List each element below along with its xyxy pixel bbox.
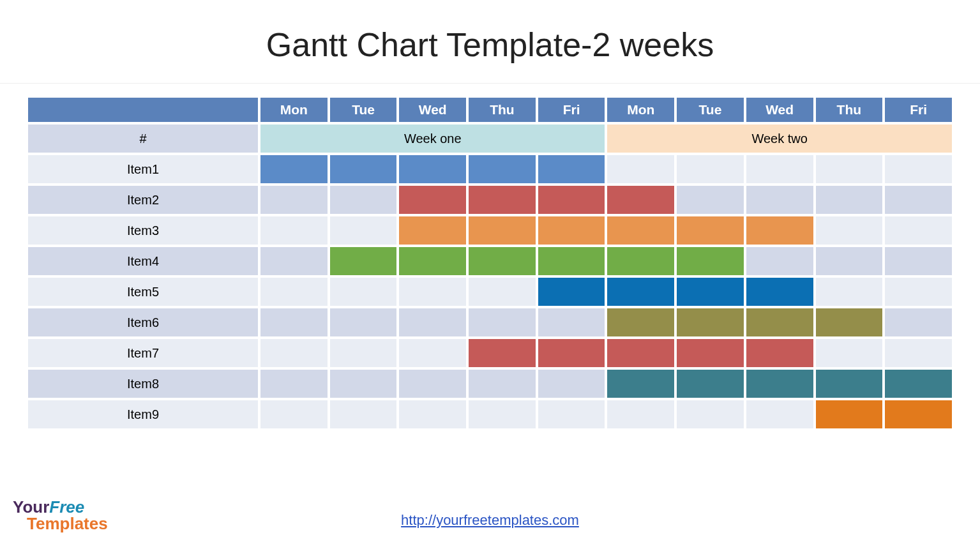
gantt-cell [469,339,536,367]
item-label: Item8 [28,370,258,398]
gantt-cell [330,186,397,214]
gantt-cell [330,216,397,245]
gantt-cell [885,186,952,214]
gantt-cell [260,308,328,336]
gantt-cell [399,400,466,428]
gantt-cell [330,308,397,336]
gantt-cell [330,400,397,428]
item-label: Item3 [28,216,258,245]
gantt-cell [399,308,466,336]
gantt-cell [260,400,328,428]
gantt-cell [677,186,744,214]
gantt-table: MonTueWedThuFriMonTueWedThuFri#Week oneW… [26,95,954,431]
gantt-cell [469,308,536,336]
gantt-cell [399,155,466,183]
header-day: Fri [885,98,952,122]
gantt-cell [607,278,674,306]
item-label: Item2 [28,186,258,214]
gantt-cell [538,370,605,398]
gantt-cell [260,216,328,245]
gantt-cell [399,339,466,367]
gantt-cell [746,186,813,214]
header-day: Tue [677,98,744,122]
header-day: Thu [469,98,536,122]
gantt-cell [469,278,536,306]
gantt-cell [677,400,744,428]
gantt-cell [538,216,605,245]
gantt-cell [607,186,674,214]
gantt-cell [260,370,328,398]
gantt-cell [607,216,674,245]
gantt-cell [538,339,605,367]
gantt-cell [677,216,744,245]
gantt-cell [677,247,744,275]
gantt-cell [330,247,397,275]
footer-link-line: http://yourfreetemplates.com [0,512,980,529]
gantt-cell [260,155,328,183]
gantt-cell [746,278,813,306]
gantt-cell [469,400,536,428]
gantt-cell [607,339,674,367]
gantt-cell [885,247,952,275]
header-day: Fri [538,98,605,122]
item-label: Item6 [28,308,258,336]
gantt-cell [538,278,605,306]
gantt-cell [260,339,328,367]
gantt-cell [260,186,328,214]
gantt-cell [816,155,883,183]
gantt-cell [816,308,883,336]
gantt-cell [677,339,744,367]
gantt-cell [816,370,883,398]
header-blank [28,98,258,122]
week-label: Week two [607,125,952,153]
gantt-chart: MonTueWedThuFriMonTueWedThuFri#Week oneW… [0,84,980,437]
gantt-cell [746,370,813,398]
header-day: Mon [260,98,328,122]
gantt-cell [746,308,813,336]
gantt-cell [677,278,744,306]
gantt-cell [885,155,952,183]
gantt-cell [330,155,397,183]
gantt-cell [677,155,744,183]
gantt-cell [399,186,466,214]
gantt-cell [885,400,952,428]
gantt-cell [816,247,883,275]
gantt-cell [399,216,466,245]
week-label: Week one [260,125,605,153]
gantt-cell [330,278,397,306]
header-day: Thu [816,98,883,122]
item-label: Item4 [28,247,258,275]
gantt-cell [746,339,813,367]
gantt-cell [538,247,605,275]
gantt-cell [677,370,744,398]
item-label: Item7 [28,339,258,367]
gantt-cell [607,155,674,183]
gantt-cell [399,370,466,398]
gantt-cell [538,186,605,214]
gantt-cell [260,278,328,306]
gantt-cell [885,216,952,245]
gantt-cell [607,370,674,398]
item-label: Item5 [28,278,258,306]
gantt-cell [469,370,536,398]
gantt-cell [469,186,536,214]
gantt-cell [607,308,674,336]
page-title: Gantt Chart Template-2 weeks [0,0,980,84]
gantt-cell [260,247,328,275]
gantt-cell [538,308,605,336]
gantt-cell [885,339,952,367]
footer-link[interactable]: http://yourfreetemplates.com [401,512,579,528]
hash-cell: # [28,125,258,153]
gantt-cell [885,278,952,306]
gantt-cell [816,400,883,428]
gantt-cell [746,155,813,183]
gantt-cell [469,216,536,245]
gantt-cell [746,400,813,428]
gantt-cell [816,339,883,367]
gantt-cell [538,155,605,183]
gantt-cell [607,400,674,428]
gantt-cell [330,370,397,398]
gantt-cell [399,247,466,275]
item-label: Item1 [28,155,258,183]
gantt-cell [885,308,952,336]
